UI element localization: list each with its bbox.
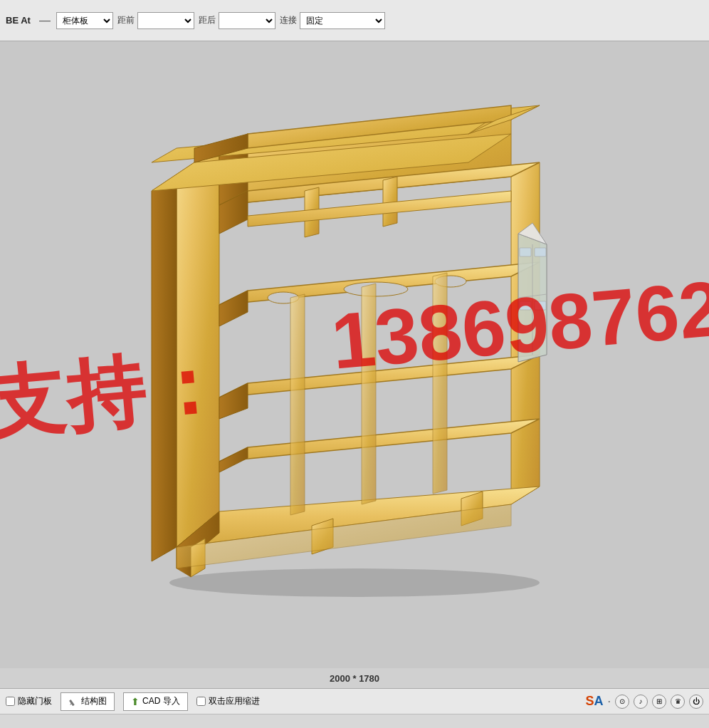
cad-import-button[interactable]: ⬆ CAD 导入 <box>123 692 188 711</box>
connect-group: 连接 固定 <box>280 12 385 29</box>
left-panel-side <box>152 177 177 561</box>
main-divider-2 <box>362 284 376 504</box>
svg-rect-16 <box>535 301 546 310</box>
main-divider-3 <box>433 273 447 494</box>
mic-icon-button[interactable]: ♪ <box>634 695 648 709</box>
bottom-toolbar: 隐藏门板 结构图 ⬆ CAD 导入 双击应用缩进 SA · ⊙ ♪ ⊞ ♛ ⏻ <box>0 688 709 714</box>
cabinet-type-select[interactable]: 柜体板 <box>56 12 113 29</box>
distance-front-select[interactable] <box>137 12 194 29</box>
upload-icon: ⬆ <box>131 696 140 707</box>
floor-shadow <box>169 568 540 597</box>
cabinet-type-group: 柜体板 <box>56 12 113 29</box>
structure-view-label: 结构图 <box>81 695 107 707</box>
sa-logo: SA <box>586 694 604 709</box>
distance-back-group: 距后 <box>199 12 275 29</box>
svg-marker-9 <box>219 383 248 419</box>
connect-type-select[interactable]: 固定 <box>300 12 385 29</box>
power-icon-button[interactable]: ⏻ <box>689 695 703 709</box>
svg-marker-8 <box>219 291 248 326</box>
furniture-svg <box>112 91 597 604</box>
canvas-area[interactable]: 支持： 138698762 <box>0 41 709 668</box>
svg-marker-10 <box>219 447 248 472</box>
svg-rect-15 <box>520 301 531 310</box>
structure-view-button[interactable]: 结构图 <box>61 692 115 711</box>
hide-panel-checkbox[interactable] <box>6 697 15 706</box>
left-panel-front <box>177 148 219 547</box>
double-click-checkbox[interactable] <box>196 697 206 706</box>
double-click-group: 双击应用缩进 <box>196 695 260 707</box>
dimensions-text: 2000 * 1780 <box>330 673 379 684</box>
distance-back-select[interactable] <box>219 12 275 29</box>
top-toolbar: BE At — 柜体板 距前 距后 连接 固定 <box>0 0 709 41</box>
hide-panel-label[interactable]: 隐藏门板 <box>18 695 52 707</box>
distance-front-label: 距前 <box>117 14 135 26</box>
separator-dot: · <box>608 695 611 708</box>
distance-back-label: 距后 <box>199 14 216 26</box>
svg-rect-13 <box>520 248 531 256</box>
connect-label: 连接 <box>280 14 297 26</box>
bottom-right-icons: SA · ⊙ ♪ ⊞ ♛ ⏻ <box>586 694 703 709</box>
garment-icon-button[interactable]: ♛ <box>671 695 685 709</box>
dimensions-bar: 2000 * 1780 <box>0 668 709 688</box>
toolbar-dash: — <box>39 14 51 27</box>
lower-shelf-top <box>219 419 540 462</box>
cad-import-label: CAD 导入 <box>142 695 180 707</box>
main-divider-1 <box>290 294 305 515</box>
double-click-label[interactable]: 双击应用缩进 <box>209 695 260 707</box>
clock-icon-button[interactable]: ⊙ <box>615 695 629 709</box>
distance-front-group: 距前 <box>117 12 194 29</box>
grid-icon-button[interactable]: ⊞ <box>652 695 666 709</box>
furniture-3d-view <box>112 91 597 604</box>
pen-icon <box>68 697 78 707</box>
middle-shelf-top <box>219 355 540 397</box>
very-bottom-strip <box>0 714 709 728</box>
hide-panel-group: 隐藏门板 <box>6 695 52 707</box>
be-at-text: BE At <box>6 15 31 26</box>
svg-rect-14 <box>535 248 546 256</box>
